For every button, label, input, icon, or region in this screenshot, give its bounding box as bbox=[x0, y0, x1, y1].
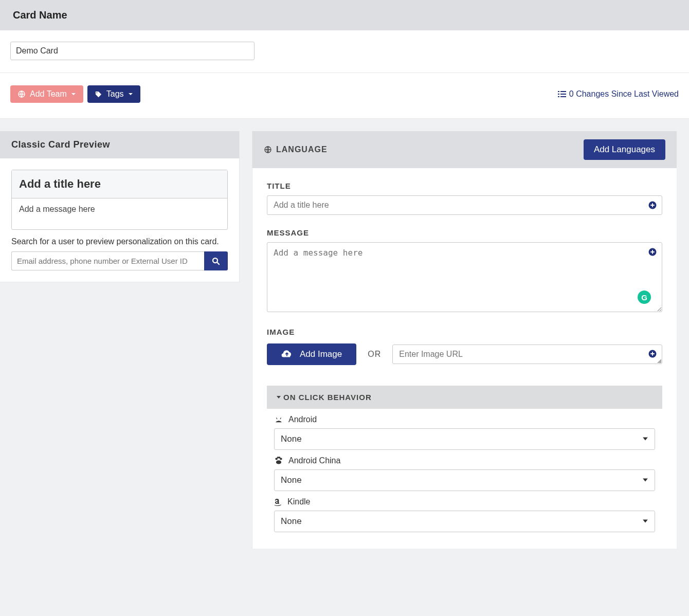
or-label: OR bbox=[368, 350, 381, 359]
kindle-dropdown[interactable]: None bbox=[274, 511, 655, 532]
card-name-input[interactable] bbox=[10, 42, 255, 60]
tag-icon bbox=[95, 90, 102, 98]
add-team-label: Add Team bbox=[30, 89, 67, 99]
platform-kindle: Kindle None bbox=[267, 491, 662, 539]
caret-down-icon bbox=[71, 92, 76, 97]
svg-rect-7 bbox=[560, 96, 566, 97]
grammarly-icon: G bbox=[638, 291, 651, 304]
platform-name: Android bbox=[288, 415, 317, 424]
card-name-title: Card Name bbox=[13, 9, 67, 21]
image-label: IMAGE bbox=[267, 328, 662, 336]
title-add-personalization-button[interactable] bbox=[648, 201, 657, 210]
svg-point-15 bbox=[280, 421, 281, 422]
cloud-upload-icon bbox=[281, 350, 293, 359]
platform-android: Android None bbox=[267, 409, 662, 450]
editor-body: TITLE MESSAGE G IMAGE Add Image bbox=[252, 168, 677, 549]
platform-kindle-label: Kindle bbox=[274, 497, 655, 506]
preview-panel-title: Classic Card Preview bbox=[11, 139, 110, 150]
platform-android-china: Android China None bbox=[267, 450, 662, 491]
caret-down-icon bbox=[276, 395, 281, 400]
platform-name: Android China bbox=[288, 456, 340, 465]
preview-card: Add a title here Add a message here bbox=[11, 170, 228, 230]
language-header: LANGUAGE Add Languages bbox=[252, 131, 677, 168]
preview-body: Add a title here Add a message here Sear… bbox=[0, 158, 239, 282]
plus-circle-icon bbox=[648, 247, 657, 257]
preview-panel-header: Classic Card Preview bbox=[0, 131, 239, 158]
preview-card-title: Add a title here bbox=[12, 170, 227, 198]
paw-icon bbox=[274, 457, 283, 465]
platform-android-china-label: Android China bbox=[274, 456, 655, 465]
add-team-button[interactable]: Add Team bbox=[10, 85, 83, 103]
preview-search-wrap bbox=[11, 251, 228, 270]
title-input[interactable] bbox=[267, 195, 662, 215]
globe-icon bbox=[264, 146, 272, 154]
android-dropdown[interactable]: None bbox=[274, 428, 655, 450]
add-languages-button[interactable]: Add Languages bbox=[584, 139, 665, 160]
svg-point-22 bbox=[276, 460, 281, 464]
android-china-dropdown[interactable]: None bbox=[274, 469, 655, 491]
plus-circle-icon bbox=[648, 349, 657, 358]
search-icon bbox=[211, 257, 221, 266]
svg-point-14 bbox=[277, 421, 278, 422]
onclick-title: ON CLICK BEHAVIOR bbox=[283, 393, 372, 402]
main-columns: Classic Card Preview Add a title here Ad… bbox=[0, 119, 689, 549]
message-textarea[interactable] bbox=[267, 242, 662, 312]
amazon-icon bbox=[274, 498, 282, 506]
plus-circle-icon bbox=[648, 201, 657, 210]
caret-down-icon bbox=[128, 92, 133, 97]
platform-android-label: Android bbox=[274, 415, 655, 424]
platform-name: Kindle bbox=[287, 497, 310, 506]
globe-icon bbox=[17, 90, 26, 98]
svg-line-16 bbox=[277, 418, 278, 419]
caret-down-icon bbox=[642, 477, 648, 483]
svg-line-17 bbox=[280, 418, 281, 419]
message-field-wrap: G bbox=[267, 242, 662, 314]
list-icon bbox=[558, 90, 566, 98]
add-image-button[interactable]: Add Image bbox=[267, 343, 356, 365]
toolbar: Add Team Tags 0 Changes Since Last Viewe… bbox=[0, 73, 689, 119]
changes-link[interactable]: 0 Changes Since Last Viewed bbox=[558, 89, 679, 99]
preview-search-button[interactable] bbox=[204, 251, 228, 270]
svg-rect-5 bbox=[560, 94, 566, 95]
image-url-add-personalization-button[interactable] bbox=[648, 349, 657, 358]
onclick-header[interactable]: ON CLICK BEHAVIOR bbox=[267, 386, 662, 409]
svg-point-21 bbox=[279, 457, 281, 459]
svg-line-9 bbox=[217, 262, 220, 265]
image-row: Add Image OR bbox=[267, 343, 662, 365]
tags-button[interactable]: Tags bbox=[87, 85, 140, 103]
preview-search-input[interactable] bbox=[11, 251, 204, 270]
title-label: TITLE bbox=[267, 182, 662, 190]
svg-point-1 bbox=[96, 92, 97, 93]
preview-search-hint: Search for a user to preview personaliza… bbox=[11, 237, 228, 246]
caret-down-icon bbox=[642, 518, 648, 524]
message-add-personalization-button[interactable] bbox=[648, 247, 657, 257]
editor-panel: LANGUAGE Add Languages TITLE MESSAGE G I… bbox=[252, 131, 677, 549]
title-field-wrap bbox=[267, 195, 662, 215]
svg-point-8 bbox=[213, 258, 217, 263]
card-name-body bbox=[0, 30, 689, 73]
toolbar-left: Add Team Tags bbox=[10, 85, 140, 103]
dropdown-value: None bbox=[281, 434, 302, 444]
message-label: MESSAGE bbox=[267, 228, 662, 237]
onclick-section: ON CLICK BEHAVIOR Android None A bbox=[267, 386, 662, 539]
svg-rect-6 bbox=[558, 96, 559, 97]
svg-rect-2 bbox=[558, 91, 559, 92]
svg-rect-4 bbox=[558, 94, 559, 95]
image-url-wrap bbox=[392, 345, 662, 364]
dropdown-value: None bbox=[281, 475, 302, 485]
add-image-label: Add Image bbox=[300, 349, 342, 359]
image-url-input[interactable] bbox=[392, 345, 662, 364]
changes-text: 0 Changes Since Last Viewed bbox=[569, 89, 679, 99]
caret-down-icon bbox=[642, 436, 648, 442]
android-icon bbox=[274, 416, 283, 423]
tags-label: Tags bbox=[106, 89, 124, 99]
preview-panel: Classic Card Preview Add a title here Ad… bbox=[0, 131, 240, 282]
svg-rect-3 bbox=[560, 91, 566, 92]
dropdown-value: None bbox=[281, 516, 302, 527]
card-name-header: Card Name bbox=[0, 0, 689, 30]
preview-card-message: Add a message here bbox=[12, 198, 227, 229]
language-title: LANGUAGE bbox=[276, 145, 328, 154]
